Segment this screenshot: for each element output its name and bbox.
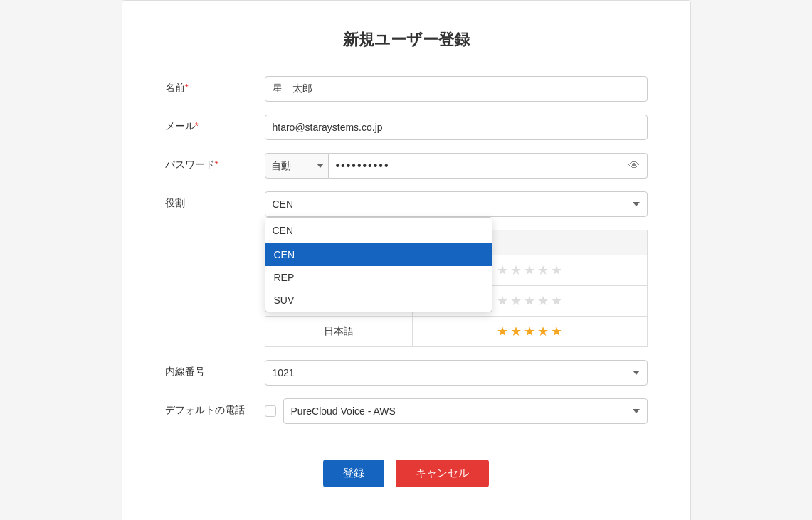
star-icon[interactable]: ★ [524,262,535,278]
default-phone-checkbox[interactable] [265,405,276,417]
star-icon[interactable]: ★ [510,293,522,309]
dropdown-option-cen[interactable]: CEN [265,243,492,266]
extension-select[interactable]: 1021 [265,360,648,386]
name-input-wrap [265,76,648,102]
password-row: パスワード* 自動 手動 👁 [165,153,648,179]
cancel-button[interactable]: キャンセル [396,460,489,487]
default-phone-select[interactable]: PureCloud Voice - AWS [283,398,648,424]
language-label [165,230,265,235]
password-eye-icon[interactable]: 👁 [621,159,647,172]
page-title: 新規ユーザー登録 [165,29,648,51]
email-input-wrap [265,115,648,140]
extension-label: 内線番号 [165,360,265,378]
password-input-wrap: 👁 [329,153,648,179]
role-select-wrap: CEN REP SUV CEN REP SUV [265,191,648,217]
star-icon[interactable]: ★ [497,262,508,278]
star-icon[interactable]: ★ [524,324,535,339]
default-phone-label: デフォルトの電話 [165,398,265,417]
password-type-select[interactable]: 自動 手動 [265,153,329,179]
star-icon[interactable]: ★ [497,324,508,339]
lang-name-japanese: 日本語 [265,317,413,347]
extension-row: 内線番号 1021 [165,360,648,386]
name-row: 名前* [165,76,648,102]
dropdown-option-rep[interactable]: REP [265,266,492,289]
star-icon[interactable]: ★ [551,262,562,278]
email-row: メール* [165,115,648,140]
star-icon[interactable]: ★ [537,324,549,339]
password-input[interactable] [329,154,621,178]
extension-wrap: 1021 [265,360,648,386]
email-input[interactable] [265,115,648,140]
dropdown-option-suv[interactable]: SUV [265,289,492,312]
role-dropdown-overlay: CEN REP SUV [265,217,492,312]
role-select[interactable]: CEN REP SUV [265,191,648,217]
default-phone-row: デフォルトの電話 PureCloud Voice - AWS [165,398,648,424]
password-wrap: 自動 手動 👁 [265,153,648,179]
table-row: 日本語 ★ ★ ★ ★ ★ [265,317,647,347]
role-row: 役割 CEN REP SUV CEN REP SUV [165,191,648,217]
name-input[interactable] [265,76,648,102]
dropdown-search-input[interactable] [265,218,492,243]
lang-stars-japanese: ★ ★ ★ ★ ★ [413,317,647,347]
star-icon[interactable]: ★ [551,293,562,309]
name-label: 名前* [165,76,265,95]
star-icon[interactable]: ★ [510,324,522,339]
star-icon[interactable]: ★ [497,293,508,309]
role-label: 役割 [165,191,265,210]
phone-row: PureCloud Voice - AWS [265,398,648,424]
star-icon[interactable]: ★ [524,293,535,309]
password-label: パスワード* [165,153,265,171]
default-phone-wrap: PureCloud Voice - AWS [265,398,648,424]
email-label: メール* [165,115,265,133]
star-icon[interactable]: ★ [510,262,522,278]
register-button[interactable]: 登録 [323,460,384,487]
main-form-container: 新規ユーザー登録 名前* メール* パスワード* 自動 手動 [122,0,691,520]
star-icon[interactable]: ★ [537,262,549,278]
button-row: 登録 キャンセル [165,460,648,487]
star-icon[interactable]: ★ [551,324,562,339]
star-icon[interactable]: ★ [537,293,549,309]
